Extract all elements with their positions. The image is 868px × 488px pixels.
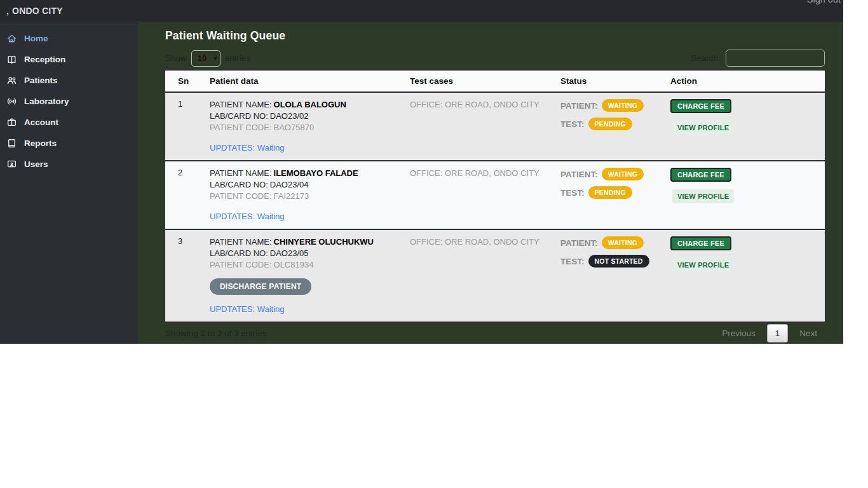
test-status-label: TEST: [560,188,585,198]
action-cell: CHARGE FEE VIEW PROFILE [665,161,825,229]
updates-link[interactable]: UPDTATES: Waiting [210,211,285,222]
search-label: Search: [691,53,721,63]
entries-label: entries [225,53,251,63]
patient-code-line: PATIENT CODE:FAI22173 [210,191,400,202]
patient-status-label: PATIENT: [560,101,598,111]
lab-card-line: LAB/CARD NO:DAO23/02 [210,111,400,122]
office-line: OFFICE: ORE ROAD, ONDO CITY [410,168,550,179]
account-icon [6,117,17,128]
view-profile-button[interactable]: VIEW PROFILE [672,189,734,203]
length-control: Show 10 ▾ entries [165,50,250,67]
status-cell: PATIENT: WAITING TEST: PENDING [555,92,665,161]
length-select-wrap: 10 ▾ [191,50,220,67]
test-cases-cell: OFFICE: ORE ROAD, ONDO CITY [405,161,555,229]
table-footer: Showing 1 to 3 of 3 entries Previous 1 N… [165,324,825,342]
test-status-label: TEST: [560,257,585,266]
patient-code-value: OLC81934 [274,260,314,269]
charge-fee-button[interactable]: CHARGE FEE [670,236,731,250]
search-control: Search: [691,50,825,67]
patient-name-label: PATIENT NAME: [210,168,272,178]
sidebar-item-label: Reports [24,139,57,148]
patient-name: CHINYERE OLUCHUKWU [274,237,374,247]
lab-card-label: LAB/CARD NO: [210,248,268,258]
sidebar: ‚ ONDO CITY Home Reception Patients [0,0,139,344]
sidebar-item-home[interactable]: Home [0,28,139,49]
lab-card-label: LAB/CARD NO: [210,180,268,189]
next-page-button[interactable]: Next [792,324,825,342]
app-window: Sign out ‚ ONDO CITY Home Reception [0,0,843,344]
reports-icon [6,138,17,149]
row-sn: 2 [165,161,205,229]
search-input[interactable] [726,50,825,67]
table-row: 1 PATIENT NAME:OLOLA BALOGUN LAB/CARD NO… [165,92,825,161]
updates-link[interactable]: UPDTATES: Waiting [210,142,285,154]
sidebar-item-laboratory[interactable]: Laboratory [0,91,139,112]
patient-code-label: PATIENT CODE: [210,123,272,132]
sidebar-item-reports[interactable]: Reports [0,133,139,154]
patient-name-line: PATIENT NAME:ILEMOBAYO FALADE [210,168,400,179]
test-status-badge: NOT STARTED [588,255,649,268]
updates-link[interactable]: UPDTATES: Waiting [210,304,285,315]
action-cell: CHARGE FEE VIEW PROFILE [665,229,825,322]
sidebar-item-label: Reception [24,55,65,64]
column-header-sn: Sn [165,71,205,93]
patient-code-label: PATIENT CODE: [210,191,272,201]
patient-name-label: PATIENT NAME: [210,100,272,109]
sidebar-title: ONDO CITY [12,6,63,16]
row-sn: 3 [165,229,205,322]
patient-status-label: PATIENT: [560,170,598,179]
lab-card-label: LAB/CARD NO: [210,111,268,121]
table-row: 2 PATIENT NAME:ILEMOBAYO FALADE LAB/CARD… [165,161,825,229]
test-status-line: TEST: PENDING [560,186,660,199]
patient-status-line: PATIENT: WAITING [560,168,660,180]
logo-mark: ‚ [6,6,9,16]
patient-status-badge: WAITING [602,99,644,112]
patient-name-line: PATIENT NAME:OLOLA BALOGUN [210,99,400,111]
sidebar-item-reception[interactable]: Reception [0,49,139,70]
office-line: OFFICE: ORE ROAD, ONDO CITY [410,236,550,248]
patient-name-label: PATIENT NAME: [210,237,272,247]
show-label: Show [165,53,187,63]
test-status-line: TEST: PENDING [560,118,660,130]
sidebar-item-account[interactable]: Account [0,112,139,133]
column-header-action: Action [665,71,825,93]
sidebar-item-label: Laboratory [24,97,69,106]
discharge-patient-button[interactable]: DISCHARGE PATIENT [210,278,311,295]
patient-name: OLOLA BALOGUN [274,100,346,109]
test-status-line: TEST: NOT STARTED [560,255,660,268]
charge-fee-button[interactable]: CHARGE FEE [670,99,731,113]
test-status-label: TEST: [560,119,585,129]
sign-out-link[interactable]: Sign out [807,0,841,4]
entries-info: Showing 1 to 3 of 3 entries [165,329,267,338]
current-page-button[interactable]: 1 [767,324,789,342]
sidebar-item-patients[interactable]: Patients [0,70,139,91]
table-controls: Show 10 ▾ entries Search: [165,50,825,67]
view-profile-button[interactable]: VIEW PROFILE [672,121,734,135]
patient-status-label: PATIENT: [560,238,598,248]
patient-status-line: PATIENT: WAITING [560,99,660,112]
sidebar-item-label: Account [24,118,58,127]
column-header-status: Status [555,71,665,93]
patients-icon [6,75,17,86]
test-cases-cell: OFFICE: ORE ROAD, ONDO CITY [405,229,555,322]
laboratory-icon [6,96,17,107]
lab-card-value: DAO23/05 [270,248,309,258]
sidebar-header: ‚ ONDO CITY [0,0,139,22]
sidebar-nav: Home Reception Patients Laboratory [0,22,139,175]
patient-queue-table: Sn Patient data Test cases Status Action… [165,70,825,323]
patient-data-cell: PATIENT NAME:ILEMOBAYO FALADE LAB/CARD N… [205,161,405,229]
table-row: 3 PATIENT NAME:CHINYERE OLUCHUKWU LAB/CA… [165,229,825,322]
previous-page-button[interactable]: Previous [714,324,763,342]
charge-fee-button[interactable]: CHARGE FEE [670,168,731,182]
status-cell: PATIENT: WAITING TEST: NOT STARTED [555,229,665,322]
office-line: OFFICE: ORE ROAD, ONDO CITY [410,99,550,111]
page-length-select[interactable]: 10 [191,50,220,67]
table-header-row: Sn Patient data Test cases Status Action [165,71,825,93]
test-status-badge: PENDING [588,118,632,130]
patient-code-line: PATIENT CODE:OLC81934 [210,259,400,271]
sidebar-item-users[interactable]: Users [0,154,139,175]
main-content: Patient Waiting Queue Show 10 ▾ entries … [139,22,843,344]
lab-card-value: DAO23/02 [270,111,309,121]
view-profile-button[interactable]: VIEW PROFILE [672,258,734,272]
users-icon [6,159,17,170]
